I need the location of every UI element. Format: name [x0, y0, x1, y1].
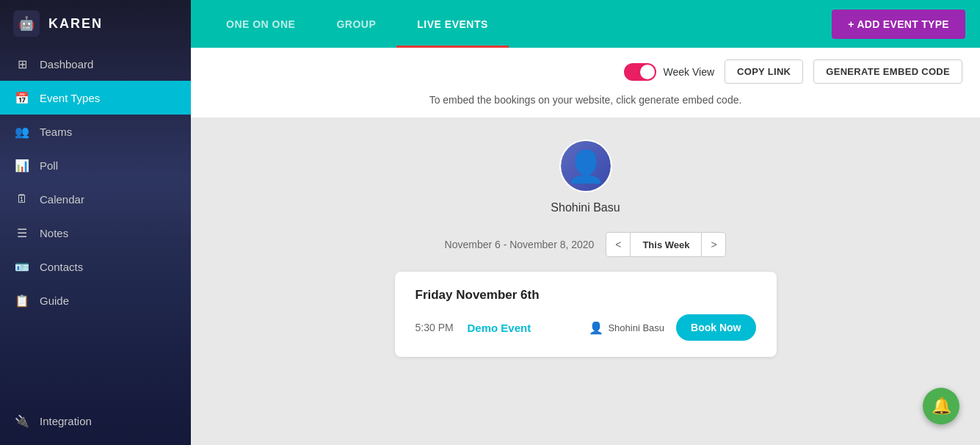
notification-button[interactable]: 🔔: [923, 388, 959, 424]
content-area: Week View COPY LINK GENERATE EMBED CODE …: [191, 48, 980, 445]
event-types-icon: 📅: [15, 90, 29, 105]
sidebar-label-guide: Guide: [40, 294, 69, 307]
chevron-left-icon: <: [615, 239, 621, 250]
chevron-right-icon: >: [711, 239, 716, 250]
sidebar-bottom: 🔌 Integration: [0, 404, 191, 445]
this-week-button[interactable]: This Week: [631, 232, 701, 257]
add-event-button[interactable]: + ADD EVENT TYPE: [832, 10, 965, 39]
sidebar-item-event-types[interactable]: 📅 Event Types: [0, 81, 191, 115]
toggle-knob: [640, 65, 655, 79]
tab-bar: ONE ON ONE GROUP LIVE EVENTS + ADD EVENT…: [191, 0, 980, 48]
sidebar-label-event-types: Event Types: [40, 92, 100, 104]
view-controls: Week View COPY LINK GENERATE EMBED CODE: [191, 48, 980, 90]
event-host: 👤 Shohini Basu: [589, 321, 664, 335]
logo-area: 🤖 KAREN: [0, 0, 191, 47]
event-card: Friday November 6th 5:30 PM Demo Event 👤…: [395, 272, 777, 357]
prev-week-button[interactable]: <: [606, 232, 631, 257]
host-name: Shohini Basu: [608, 322, 664, 333]
contacts-icon: 🪪: [15, 259, 29, 274]
sidebar-item-teams[interactable]: 👥 Teams: [0, 115, 191, 148]
sidebar: 🤖 KAREN ⊞ Dashboard 📅 Event Types 👥 Team…: [0, 0, 191, 445]
calendar-user-name: Shohini Basu: [551, 201, 620, 214]
avatar-image: [561, 140, 611, 192]
sidebar-label-teams: Teams: [40, 126, 72, 138]
sidebar-item-calendar[interactable]: 🗓 Calendar: [0, 182, 191, 216]
sidebar-nav: ⊞ Dashboard 📅 Event Types 👥 Teams 📊 Poll…: [0, 47, 191, 317]
sidebar-label-dashboard: Dashboard: [40, 58, 93, 70]
event-row: 5:30 PM Demo Event 👤 Shohini Basu Book N…: [415, 314, 756, 341]
tab-one-on-one[interactable]: ONE ON ONE: [206, 0, 316, 48]
calendar-area: Shohini Basu November 6 - November 8, 20…: [191, 117, 980, 445]
week-view-toggle[interactable]: [624, 63, 656, 81]
sidebar-label-calendar: Calendar: [40, 193, 84, 206]
event-date: Friday November 6th: [415, 288, 756, 303]
embed-info: To embed the bookings on your website, c…: [191, 90, 980, 117]
sidebar-item-poll[interactable]: 📊 Poll: [0, 148, 191, 182]
event-time: 5:30 PM: [415, 322, 456, 333]
app-name: KAREN: [48, 16, 103, 32]
notes-icon: ☰: [15, 225, 29, 240]
avatar: [559, 140, 612, 192]
sidebar-label-poll: Poll: [40, 159, 58, 172]
integration-icon: 🔌: [15, 413, 29, 428]
sidebar-item-dashboard[interactable]: ⊞ Dashboard: [0, 47, 191, 81]
sidebar-item-integration[interactable]: 🔌 Integration: [0, 404, 191, 438]
book-now-button[interactable]: Book Now: [676, 314, 755, 341]
calendar-icon: 🗓: [15, 192, 29, 206]
sidebar-label-integration: Integration: [40, 415, 92, 427]
tab-live-events[interactable]: LIVE EVENTS: [396, 0, 509, 48]
sidebar-label-notes: Notes: [40, 227, 68, 239]
bell-icon: 🔔: [932, 397, 951, 416]
generate-embed-button[interactable]: GENERATE EMBED CODE: [813, 59, 962, 84]
logo-icon: 🤖: [13, 10, 40, 37]
next-week-button[interactable]: >: [701, 232, 726, 257]
guide-icon: 📋: [15, 293, 29, 308]
event-title[interactable]: Demo Event: [468, 322, 578, 334]
sidebar-item-notes[interactable]: ☰ Notes: [0, 216, 191, 250]
poll-icon: 📊: [15, 158, 29, 173]
copy-link-button[interactable]: COPY LINK: [725, 59, 803, 84]
week-view-label: Week View: [664, 66, 715, 78]
sidebar-item-contacts[interactable]: 🪪 Contacts: [0, 250, 191, 283]
date-range: November 6 - November 8, 2020: [445, 239, 595, 250]
teams-icon: 👥: [15, 124, 29, 139]
dashboard-icon: ⊞: [15, 57, 29, 71]
main-content: ONE ON ONE GROUP LIVE EVENTS + ADD EVENT…: [191, 0, 980, 445]
week-navigation: November 6 - November 8, 2020 < This Wee…: [445, 232, 727, 257]
tab-group[interactable]: GROUP: [316, 0, 396, 48]
person-icon: 👤: [589, 321, 603, 335]
sidebar-item-guide[interactable]: 📋 Guide: [0, 283, 191, 317]
sidebar-label-contacts: Contacts: [40, 261, 83, 273]
week-view-toggle-container: Week View: [624, 63, 715, 81]
